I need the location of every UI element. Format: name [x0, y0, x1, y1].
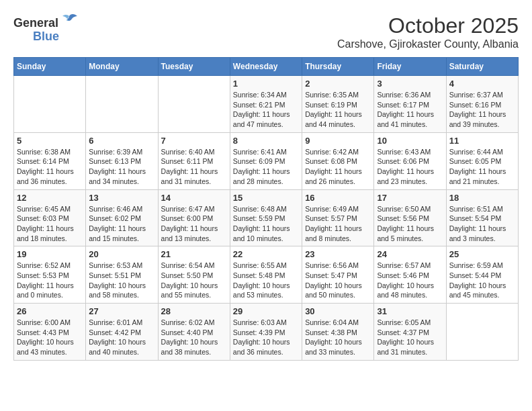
header-friday: Friday	[374, 58, 446, 76]
day-number: 30	[305, 306, 371, 316]
day-number: 18	[449, 193, 515, 203]
day-number: 4	[449, 79, 515, 89]
day-number: 24	[377, 249, 443, 259]
cell-week3-day1: 13Sunrise: 6:46 AM Sunset: 6:02 PM Dayli…	[86, 189, 158, 246]
week-row-2: 5Sunrise: 6:38 AM Sunset: 6:14 PM Daylig…	[14, 132, 519, 189]
cell-week5-day0: 26Sunrise: 6:00 AM Sunset: 4:43 PM Dayli…	[14, 304, 86, 361]
day-number: 19	[17, 249, 83, 259]
header: General Blue October 2025 Carshove, Gjir…	[13, 13, 519, 50]
cell-week3-day6: 18Sunrise: 6:51 AM Sunset: 5:54 PM Dayli…	[446, 189, 518, 246]
day-number: 7	[161, 136, 227, 146]
cell-week5-day1: 27Sunrise: 6:01 AM Sunset: 4:42 PM Dayli…	[86, 304, 158, 361]
day-info: Sunrise: 6:56 AM Sunset: 5:47 PM Dayligh…	[305, 261, 371, 300]
day-number: 15	[233, 193, 299, 203]
month-title: October 2025	[337, 13, 519, 38]
day-info: Sunrise: 6:01 AM Sunset: 4:42 PM Dayligh…	[89, 318, 154, 357]
day-info: Sunrise: 6:52 AM Sunset: 5:53 PM Dayligh…	[17, 261, 83, 300]
day-number: 22	[233, 249, 299, 259]
day-info: Sunrise: 6:34 AM Sunset: 6:21 PM Dayligh…	[233, 90, 299, 130]
day-number: 16	[305, 193, 371, 203]
day-info: Sunrise: 6:47 AM Sunset: 6:00 PM Dayligh…	[161, 204, 227, 244]
day-info: Sunrise: 6:53 AM Sunset: 5:51 PM Dayligh…	[89, 261, 154, 300]
day-info: Sunrise: 6:02 AM Sunset: 4:40 PM Dayligh…	[161, 318, 227, 357]
day-info: Sunrise: 6:50 AM Sunset: 5:56 PM Dayligh…	[377, 204, 443, 244]
day-info: Sunrise: 6:39 AM Sunset: 6:13 PM Dayligh…	[89, 147, 154, 187]
week-row-4: 19Sunrise: 6:52 AM Sunset: 5:53 PM Dayli…	[14, 246, 519, 304]
week-row-3: 12Sunrise: 6:45 AM Sunset: 6:03 PM Dayli…	[14, 189, 519, 246]
day-number: 11	[449, 136, 515, 146]
day-number: 17	[377, 193, 443, 203]
cell-week1-day3: 1Sunrise: 6:34 AM Sunset: 6:21 PM Daylig…	[230, 76, 302, 133]
day-number: 6	[89, 136, 154, 146]
week-row-1: 1Sunrise: 6:34 AM Sunset: 6:21 PM Daylig…	[14, 76, 519, 133]
cell-week2-day3: 8Sunrise: 6:41 AM Sunset: 6:09 PM Daylig…	[230, 132, 302, 189]
header-saturday: Saturday	[446, 58, 518, 76]
logo-bird-icon	[60, 13, 79, 32]
day-info: Sunrise: 6:00 AM Sunset: 4:43 PM Dayligh…	[17, 318, 83, 357]
cell-week5-day6	[446, 304, 518, 361]
cell-week4-day0: 19Sunrise: 6:52 AM Sunset: 5:53 PM Dayli…	[14, 246, 86, 304]
week-row-5: 26Sunrise: 6:00 AM Sunset: 4:43 PM Dayli…	[14, 304, 519, 361]
day-number: 3	[377, 79, 443, 89]
title-area: October 2025 Carshove, Gjirokaster Count…	[337, 13, 519, 50]
cell-week2-day2: 7Sunrise: 6:40 AM Sunset: 6:11 PM Daylig…	[158, 132, 230, 189]
cell-week4-day4: 23Sunrise: 6:56 AM Sunset: 5:47 PM Dayli…	[302, 246, 374, 304]
day-number: 27	[89, 306, 154, 316]
cell-week3-day5: 17Sunrise: 6:50 AM Sunset: 5:56 PM Dayli…	[374, 189, 446, 246]
day-number: 5	[17, 136, 83, 146]
day-number: 29	[233, 306, 299, 316]
cell-week5-day2: 28Sunrise: 6:02 AM Sunset: 4:40 PM Dayli…	[158, 304, 230, 361]
cell-week4-day5: 24Sunrise: 6:57 AM Sunset: 5:46 PM Dayli…	[374, 246, 446, 304]
day-number: 9	[305, 136, 371, 146]
day-number: 23	[305, 249, 371, 259]
cell-week1-day2	[158, 76, 230, 133]
location-title: Carshove, Gjirokaster County, Albania	[337, 38, 519, 50]
day-info: Sunrise: 6:43 AM Sunset: 6:06 PM Dayligh…	[377, 147, 443, 187]
cell-week5-day3: 29Sunrise: 6:03 AM Sunset: 4:39 PM Dayli…	[230, 304, 302, 361]
cell-week3-day3: 15Sunrise: 6:48 AM Sunset: 5:59 PM Dayli…	[230, 189, 302, 246]
day-number: 25	[449, 249, 515, 259]
day-number: 8	[233, 136, 299, 146]
cell-week3-day4: 16Sunrise: 6:49 AM Sunset: 5:57 PM Dayli…	[302, 189, 374, 246]
day-info: Sunrise: 6:41 AM Sunset: 6:09 PM Dayligh…	[233, 147, 299, 187]
cell-week2-day5: 10Sunrise: 6:43 AM Sunset: 6:06 PM Dayli…	[374, 132, 446, 189]
header-row: SundayMondayTuesdayWednesdayThursdayFrid…	[14, 58, 519, 76]
day-info: Sunrise: 6:04 AM Sunset: 4:38 PM Dayligh…	[305, 318, 371, 357]
cell-week4-day3: 22Sunrise: 6:55 AM Sunset: 5:48 PM Dayli…	[230, 246, 302, 304]
day-info: Sunrise: 6:48 AM Sunset: 5:59 PM Dayligh…	[233, 204, 299, 244]
cell-week4-day1: 20Sunrise: 6:53 AM Sunset: 5:51 PM Dayli…	[86, 246, 158, 304]
day-info: Sunrise: 6:35 AM Sunset: 6:19 PM Dayligh…	[305, 90, 371, 130]
day-number: 2	[305, 79, 371, 89]
logo-general: General	[13, 16, 58, 30]
cell-week4-day6: 25Sunrise: 6:59 AM Sunset: 5:44 PM Dayli…	[446, 246, 518, 304]
day-info: Sunrise: 6:36 AM Sunset: 6:17 PM Dayligh…	[377, 90, 443, 130]
cell-week1-day6: 4Sunrise: 6:37 AM Sunset: 6:16 PM Daylig…	[446, 76, 518, 133]
cell-week3-day0: 12Sunrise: 6:45 AM Sunset: 6:03 PM Dayli…	[14, 189, 86, 246]
calendar-table: SundayMondayTuesdayWednesdayThursdayFrid…	[13, 57, 519, 361]
day-info: Sunrise: 6:37 AM Sunset: 6:16 PM Dayligh…	[449, 90, 515, 130]
day-info: Sunrise: 6:03 AM Sunset: 4:39 PM Dayligh…	[233, 318, 299, 357]
cell-week2-day0: 5Sunrise: 6:38 AM Sunset: 6:14 PM Daylig…	[14, 132, 86, 189]
cell-week3-day2: 14Sunrise: 6:47 AM Sunset: 6:00 PM Dayli…	[158, 189, 230, 246]
cell-week2-day6: 11Sunrise: 6:44 AM Sunset: 6:05 PM Dayli…	[446, 132, 518, 189]
day-number: 10	[377, 136, 443, 146]
day-info: Sunrise: 6:51 AM Sunset: 5:54 PM Dayligh…	[449, 204, 515, 244]
day-info: Sunrise: 6:42 AM Sunset: 6:08 PM Dayligh…	[305, 147, 371, 187]
day-number: 20	[89, 249, 154, 259]
day-info: Sunrise: 6:57 AM Sunset: 5:46 PM Dayligh…	[377, 261, 443, 300]
day-info: Sunrise: 6:05 AM Sunset: 4:37 PM Dayligh…	[377, 318, 443, 357]
day-number: 21	[161, 249, 227, 259]
day-info: Sunrise: 6:59 AM Sunset: 5:44 PM Dayligh…	[449, 261, 515, 300]
cell-week1-day4: 2Sunrise: 6:35 AM Sunset: 6:19 PM Daylig…	[302, 76, 374, 133]
day-number: 31	[377, 306, 443, 316]
day-info: Sunrise: 6:55 AM Sunset: 5:48 PM Dayligh…	[233, 261, 299, 300]
cell-week5-day5: 31Sunrise: 6:05 AM Sunset: 4:37 PM Dayli…	[374, 304, 446, 361]
day-info: Sunrise: 6:45 AM Sunset: 6:03 PM Dayligh…	[17, 204, 83, 244]
day-info: Sunrise: 6:38 AM Sunset: 6:14 PM Dayligh…	[17, 147, 83, 187]
day-info: Sunrise: 6:44 AM Sunset: 6:05 PM Dayligh…	[449, 147, 515, 187]
cell-week4-day2: 21Sunrise: 6:54 AM Sunset: 5:50 PM Dayli…	[158, 246, 230, 304]
day-info: Sunrise: 6:49 AM Sunset: 5:57 PM Dayligh…	[305, 204, 371, 244]
day-info: Sunrise: 6:46 AM Sunset: 6:02 PM Dayligh…	[89, 204, 154, 244]
cell-week1-day1	[86, 76, 158, 133]
cell-week5-day4: 30Sunrise: 6:04 AM Sunset: 4:38 PM Dayli…	[302, 304, 374, 361]
